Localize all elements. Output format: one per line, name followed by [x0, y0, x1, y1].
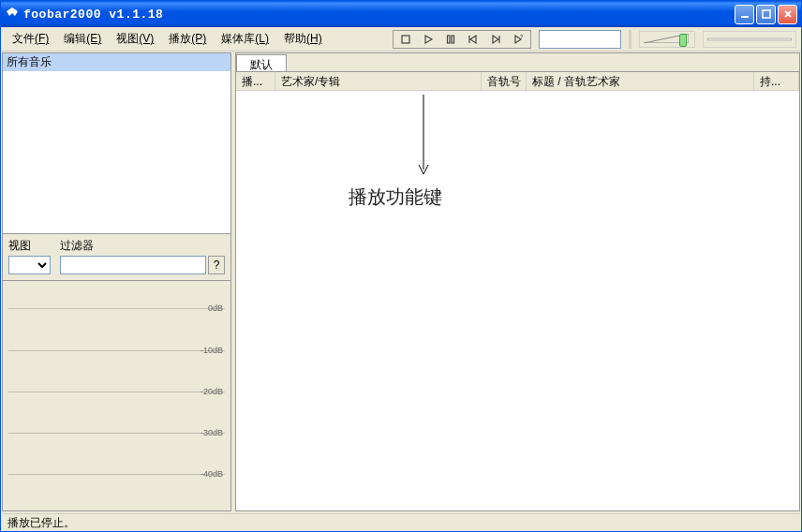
library-item-all-music[interactable]: 所有音乐: [3, 53, 230, 71]
filter-help-button[interactable]: ?: [208, 256, 225, 274]
search-input[interactable]: [539, 30, 621, 49]
svg-rect-1: [763, 10, 770, 18]
volume-thumb[interactable]: [679, 34, 687, 47]
menu-playback[interactable]: 播放(P): [161, 28, 214, 50]
volume-slider[interactable]: [639, 31, 695, 48]
view-label: 视图: [8, 238, 51, 254]
play-button[interactable]: [422, 33, 435, 46]
svg-rect-3: [448, 36, 451, 43]
column-headers: 播... 艺术家/专辑 音轨号 标题 / 音轨艺术家 持...: [236, 72, 799, 91]
col-playing[interactable]: 播...: [236, 72, 275, 90]
db-label: 0dB: [208, 303, 223, 313]
annotation-arrow-icon: [414, 95, 433, 179]
close-button[interactable]: [778, 5, 797, 24]
menu-library[interactable]: 媒体库(L): [214, 28, 276, 50]
playlist-tabs: 默认: [236, 53, 799, 72]
next-button[interactable]: [489, 33, 502, 46]
seek-slider[interactable]: [703, 31, 796, 48]
menu-edit[interactable]: 编辑(E): [56, 28, 109, 50]
window-title: foobar2000 v1.1.18: [23, 7, 735, 22]
visualizer-panel: 0dB -10dB -20dB -30dB -40dB: [3, 280, 230, 510]
col-artist-album[interactable]: 艺术家/专辑: [275, 72, 482, 90]
menu-view[interactable]: 视图(V): [109, 28, 161, 50]
status-bar: 播放已停止。: [2, 513, 800, 530]
toolbar: ?: [393, 28, 796, 51]
playback-controls: ?: [393, 30, 531, 49]
playlist-area[interactable]: 播放功能键: [236, 91, 799, 510]
col-title-artist[interactable]: 标题 / 音轨艺术家: [527, 72, 754, 90]
col-duration[interactable]: 持...: [754, 72, 799, 90]
view-select[interactable]: [8, 256, 51, 274]
svg-text:?: ?: [520, 34, 524, 39]
svg-rect-2: [402, 36, 409, 43]
db-label: -40dB: [200, 469, 223, 479]
prev-button[interactable]: [467, 33, 480, 46]
filter-row: 视图 过滤器 ?: [3, 233, 230, 280]
col-track-no[interactable]: 音轨号: [482, 72, 527, 90]
filter-input[interactable]: [60, 256, 206, 274]
maximize-button[interactable]: [756, 5, 776, 24]
app-icon: [5, 7, 20, 22]
toolbar-divider: [629, 30, 631, 49]
menu-file[interactable]: 文件(F): [5, 28, 56, 50]
left-panel: 所有音乐 视图 过滤器 ? 0dB -10dB -20dB -30dB -40d…: [2, 52, 231, 511]
filter-label: 过滤器: [60, 238, 225, 254]
right-panel: 默认 播... 艺术家/专辑 音轨号 标题 / 音轨艺术家 持... 播放功能键: [235, 52, 800, 511]
annotation-label: 播放功能键: [349, 185, 442, 210]
tab-default[interactable]: 默认: [236, 54, 287, 71]
library-tree[interactable]: 所有音乐: [3, 53, 230, 233]
svg-rect-4: [452, 36, 454, 43]
db-label: -20dB: [200, 387, 223, 396]
status-text: 播放已停止。: [7, 516, 75, 529]
stop-button[interactable]: [399, 33, 412, 46]
title-bar: foobar2000 v1.1.18: [1, 1, 801, 27]
db-label: -10dB: [200, 346, 223, 355]
db-label: -30dB: [200, 428, 223, 437]
minimize-button[interactable]: [735, 5, 754, 24]
random-button[interactable]: ?: [512, 33, 525, 46]
menu-help[interactable]: 帮助(H): [276, 28, 330, 50]
pause-button[interactable]: [444, 33, 457, 46]
svg-rect-0: [741, 16, 749, 18]
